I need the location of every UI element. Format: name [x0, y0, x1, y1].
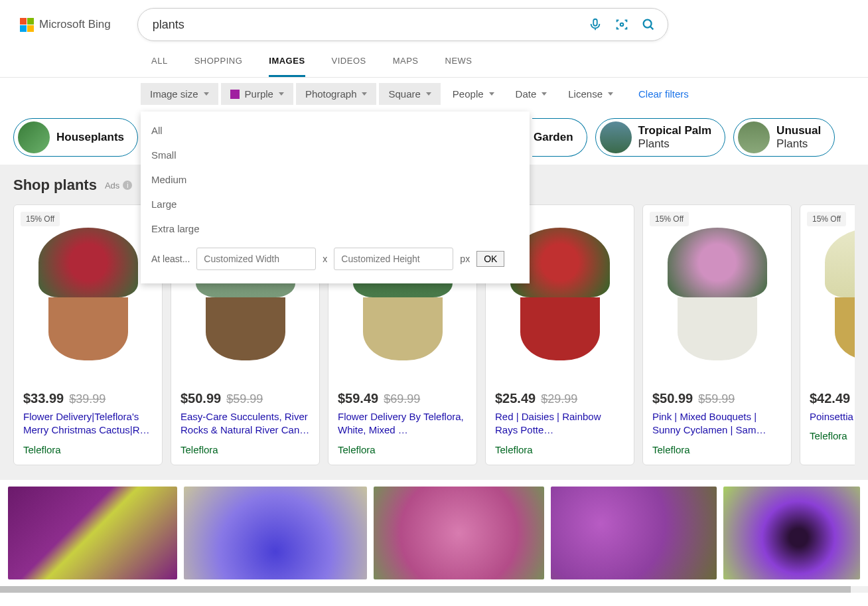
- seller-name: Teleflora: [810, 430, 855, 441]
- filter-date[interactable]: Date: [506, 83, 557, 105]
- chip-unusual[interactable]: UnusualPlants: [733, 118, 835, 157]
- shop-title: Shop plants: [13, 177, 97, 194]
- seller-name: Teleflora: [338, 444, 467, 455]
- price: $25.49: [495, 391, 536, 406]
- discount-badge: 15% Off: [21, 212, 60, 226]
- price: $42.49: [810, 391, 850, 406]
- chip-image-icon: [600, 121, 632, 153]
- image-result[interactable]: [551, 487, 717, 579]
- custom-width-input[interactable]: [196, 248, 316, 270]
- product-title[interactable]: Pink | Mixed Bouquets | Sunny Cyclamen |…: [652, 410, 782, 437]
- seller-name: Teleflora: [652, 444, 782, 455]
- product-image: [800, 205, 855, 383]
- nav-tabs: ALL SHOPPING IMAGES VIDEOS MAPS NEWS: [0, 46, 868, 78]
- size-medium[interactable]: Medium: [141, 167, 530, 192]
- chip-garden[interactable]: Garden: [532, 118, 587, 157]
- chip-houseplants[interactable]: Houseplants: [13, 118, 138, 157]
- product-card[interactable]: 15% Off$42.49Poinsettia White|Flow…Telef…: [800, 204, 855, 465]
- color-swatch-icon: [230, 90, 240, 99]
- product-title[interactable]: Poinsettia White|Flow…: [810, 410, 855, 423]
- search-icon[interactable]: [641, 17, 656, 32]
- tab-all[interactable]: ALL: [151, 56, 168, 77]
- chip-tropical-palm[interactable]: Tropical PalmPlants: [595, 118, 726, 157]
- filter-license[interactable]: License: [559, 83, 622, 105]
- size-all[interactable]: All: [141, 118, 530, 143]
- clear-filters-link[interactable]: Clear filters: [638, 88, 689, 100]
- size-extra-large[interactable]: Extra large: [141, 216, 530, 241]
- ads-label: Adsi: [105, 181, 132, 190]
- ok-button[interactable]: OK: [476, 251, 504, 267]
- filter-people[interactable]: People: [443, 83, 504, 105]
- tab-videos[interactable]: VIDEOS: [332, 56, 366, 77]
- image-result[interactable]: [374, 487, 544, 579]
- price: $33.99: [23, 391, 64, 406]
- product-title[interactable]: Easy-Care Succulents, River Rocks & Natu…: [181, 410, 310, 437]
- product-title[interactable]: Red | Daisies | Rainbow Rays Potte…: [495, 410, 624, 437]
- image-results: [0, 480, 868, 586]
- tab-maps[interactable]: MAPS: [393, 56, 419, 77]
- chevron-down-icon: [608, 92, 613, 96]
- image-search-icon[interactable]: [615, 17, 629, 32]
- product-title[interactable]: Flower Delivery|Teleflora's Merry Christ…: [23, 410, 153, 437]
- chevron-down-icon: [489, 92, 494, 96]
- old-price: $69.99: [384, 392, 420, 406]
- image-size-menu: All Small Medium Large Extra large At le…: [141, 112, 530, 283]
- at-least-label: At least...: [151, 254, 190, 264]
- price: $59.49: [338, 391, 378, 406]
- info-icon[interactable]: i: [123, 181, 132, 190]
- mic-icon[interactable]: [588, 17, 603, 32]
- price: $50.99: [652, 391, 693, 406]
- image-result[interactable]: [723, 487, 860, 579]
- size-small[interactable]: Small: [141, 143, 530, 167]
- price: $50.99: [181, 391, 221, 406]
- tab-shopping[interactable]: SHOPPING: [194, 56, 243, 77]
- filter-bar: Image size Purple Photograph Square Peop…: [0, 78, 868, 110]
- image-result[interactable]: [8, 487, 177, 579]
- chip-image-icon: [18, 121, 50, 153]
- horizontal-scrollbar[interactable]: [0, 586, 868, 593]
- old-price: $29.99: [541, 392, 577, 406]
- product-image: [14, 205, 162, 383]
- search-input[interactable]: [153, 18, 588, 32]
- chevron-down-icon: [204, 92, 209, 96]
- chip-image-icon: [738, 121, 770, 153]
- svg-rect-0: [593, 19, 597, 26]
- image-result[interactable]: [184, 487, 366, 579]
- product-title[interactable]: Flower Delivery By Teleflora, White, Mix…: [338, 410, 467, 437]
- product-image: [643, 205, 791, 383]
- chevron-down-icon: [279, 92, 284, 96]
- seller-name: Teleflora: [23, 444, 153, 455]
- chevron-down-icon: [542, 92, 547, 96]
- filter-layout[interactable]: Square: [379, 83, 440, 105]
- discount-badge: 15% Off: [807, 212, 846, 226]
- search-box[interactable]: [137, 8, 668, 41]
- seller-name: Teleflora: [181, 444, 310, 455]
- old-price: $59.99: [698, 392, 735, 406]
- x-label: x: [323, 254, 327, 264]
- size-large[interactable]: Large: [141, 192, 530, 216]
- bing-logo[interactable]: Microsoft Bing: [20, 18, 111, 32]
- filter-image-size[interactable]: Image size: [141, 83, 218, 105]
- product-card[interactable]: 15% Off$50.99$59.99Pink | Mixed Bouquets…: [642, 204, 792, 465]
- logo-text: Microsoft Bing: [39, 18, 111, 31]
- chevron-down-icon: [362, 92, 367, 96]
- custom-height-input[interactable]: [334, 248, 453, 270]
- microsoft-icon: [20, 18, 34, 32]
- filter-color[interactable]: Purple: [221, 83, 293, 105]
- old-price: $39.99: [69, 392, 106, 406]
- tab-images[interactable]: IMAGES: [269, 56, 305, 77]
- px-label: px: [460, 254, 470, 264]
- tab-news[interactable]: NEWS: [445, 56, 472, 77]
- chevron-down-icon: [426, 92, 431, 96]
- svg-point-1: [620, 23, 623, 27]
- discount-badge: 15% Off: [650, 212, 689, 226]
- seller-name: Teleflora: [495, 444, 624, 455]
- filter-type[interactable]: Photograph: [296, 83, 377, 105]
- old-price: $59.99: [226, 392, 263, 406]
